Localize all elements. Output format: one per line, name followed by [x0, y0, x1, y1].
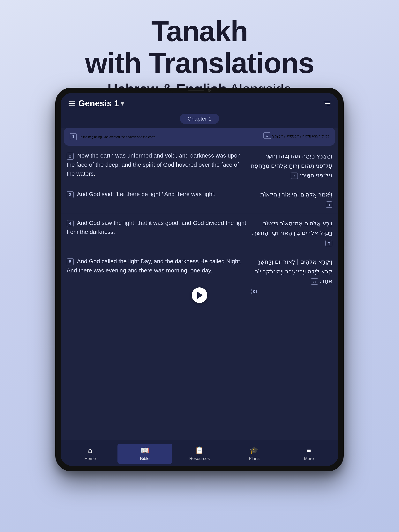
tab-plans-label: Plans [249, 456, 259, 461]
tab-more-label: More [304, 456, 314, 461]
camera-dot [208, 89, 211, 92]
tab-resources[interactable]: 📋 Resources [172, 443, 227, 464]
menu-icon[interactable] [69, 101, 75, 106]
book-title[interactable]: Genesis 1 ▾ [78, 99, 124, 108]
peh-symbol: (פ) [251, 287, 332, 295]
chapter-label-bar: Chapter 1 [61, 114, 338, 128]
tab-home-label: Home [84, 456, 96, 461]
verse-1-popup[interactable]: 1 In the beginning God created the heave… [64, 128, 335, 146]
verse-3-row[interactable]: 3 And God said: 'Let there be light.' An… [61, 185, 338, 214]
resources-icon: 📋 [195, 446, 204, 455]
verse-1-num: 1 [70, 133, 77, 140]
bible-icon: 📖 [141, 446, 149, 455]
verse-5-row[interactable]: 5 And God called the light Day, and the … [61, 252, 338, 307]
verse-4-hebrew: וַיַּרְא אֱלֹהִים אֶת־הָאוֹר כִּי־טוֹב ו… [251, 218, 332, 247]
tab-bible-label: Bible [140, 456, 150, 461]
header-left: Genesis 1 ▾ [69, 99, 124, 108]
verse-1-hebrew-num: א [264, 133, 271, 139]
plans-icon: 🎓 [250, 446, 258, 455]
verse-3-english: 3 And God said: 'Let there be light.' An… [67, 190, 251, 209]
verse-5-num: 5 [67, 258, 74, 266]
verse-2-hebrew: וְהָאָרֶץ הָיְתָה תֹהוּ וָבֹהוּ וְחֹשֶׁך… [251, 151, 332, 180]
verse-2-row[interactable]: 2 Now the earth was unformed and void, a… [61, 146, 338, 185]
tab-bar: ⌂ Home 📖 Bible 📋 Resources 🎓 Plans ≡ [61, 440, 338, 466]
home-icon: ⌂ [88, 446, 92, 455]
verse-4-english: 4 And God saw the light, that it was goo… [67, 218, 251, 247]
tablet-frame: Genesis 1 ▾ Chapter 1 [55, 88, 344, 471]
tab-resources-label: Resources [189, 456, 210, 461]
tab-more[interactable]: ≡ More [282, 443, 336, 464]
tab-bible[interactable]: 📖 Bible [117, 443, 172, 464]
speaker-bar [188, 90, 204, 91]
tablet-top-bar [170, 88, 229, 93]
verse-4-num: 4 [67, 220, 74, 227]
header-right [324, 102, 330, 105]
verse-3-hebrew: וַיֹּאמֶר אֱלֹהִים יְהִי אוֹר וַיְהִי־או… [251, 190, 332, 209]
verse-3-num: 3 [67, 191, 74, 198]
more-icon: ≡ [307, 446, 311, 455]
settings-icon[interactable] [324, 102, 330, 105]
verse-1-hebrew: בְּרֵאשִׁית בָּרָא אֱלֹהִים אֵת הַשָּׁמַ… [247, 133, 329, 138]
play-icon [197, 292, 203, 299]
scroll-content[interactable]: 1 In the beginning God created the heave… [61, 128, 338, 440]
tab-home[interactable]: ⌂ Home [63, 443, 117, 464]
tablet-screen: Genesis 1 ▾ Chapter 1 [61, 93, 338, 466]
verse-2-num: 2 [67, 153, 74, 160]
verse-1-content: 1 In the beginning God created the heave… [70, 133, 329, 140]
tablet-device: Genesis 1 ▾ Chapter 1 [55, 88, 344, 471]
verse-5-english: 5 And God called the light Day, and the … [67, 257, 251, 295]
play-button[interactable] [192, 287, 207, 303]
chapter-pill: Chapter 1 [180, 114, 219, 124]
app-header: Genesis 1 ▾ [61, 93, 338, 114]
app-title: Tanakh with Translations [0, 16, 399, 79]
chevron-down-icon: ▾ [121, 100, 124, 107]
verse-4-row[interactable]: 4 And God saw the light, that it was goo… [61, 214, 338, 252]
verse-2-english: 2 Now the earth was unformed and void, a… [67, 151, 251, 180]
verse-5-hebrew: וַיִּקְרָא אֱלֹהִים | לָאוֹר יוֹם וְלַחֹ… [251, 257, 332, 295]
tab-plans[interactable]: 🎓 Plans [227, 443, 282, 464]
verse-1-english: 1 In the beginning God created the heave… [70, 133, 247, 140]
